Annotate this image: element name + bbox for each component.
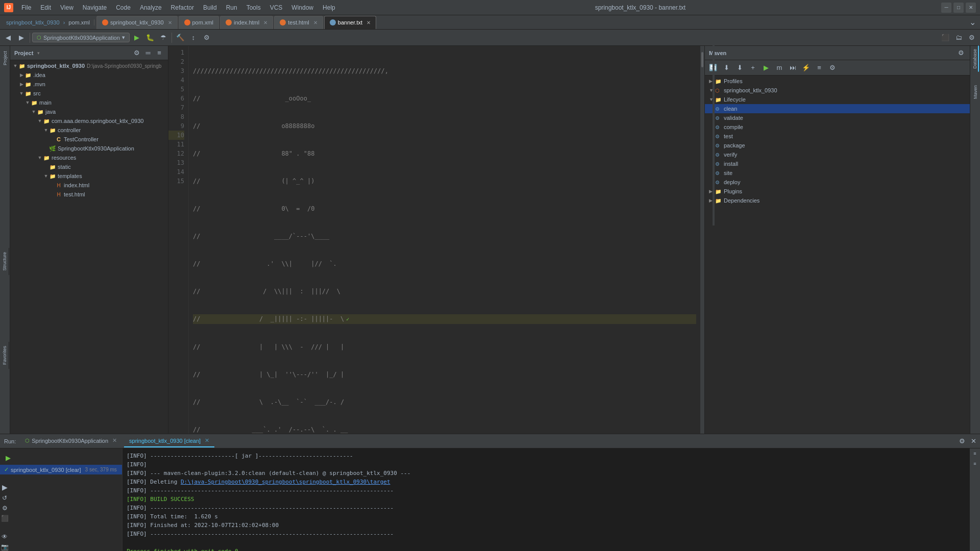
menu-build[interactable]: Build (199, 3, 221, 12)
tab-close-indexhtml[interactable]: ✕ (263, 20, 267, 26)
tree-item-controller[interactable]: ▼ 📁 controller (10, 126, 168, 135)
tree-item-src[interactable]: ▼ 📁 src (10, 89, 168, 98)
sidebar-tab-project[interactable]: Project (2, 48, 8, 68)
tree-item-idea[interactable]: ▶ 📁 .idea (10, 70, 168, 80)
run-icon-view[interactable]: 👁 (2, 533, 8, 540)
maven-add-button[interactable]: + (747, 62, 759, 74)
tree-item-static[interactable]: ▶ 📁 static (10, 162, 168, 171)
project-expand-button[interactable]: ≡ (155, 48, 164, 58)
build-button[interactable]: 🔨 (174, 32, 186, 44)
menu-code[interactable]: Code (112, 3, 135, 12)
menu-window[interactable]: Window (287, 3, 317, 12)
run-tab-springapp[interactable]: ⬡ SpringbootKtlx0930Application ✕ (20, 435, 122, 447)
tree-arrow-root[interactable]: ▼ (12, 63, 18, 68)
tree-item-testhtml[interactable]: ▶ H test.html (10, 190, 168, 199)
coverage-button[interactable]: ☂ (157, 32, 169, 44)
menu-analyze[interactable]: Analyze (136, 3, 166, 12)
tree-arrow-package[interactable]: ▼ (37, 118, 43, 123)
maven-item-verify[interactable]: ▶ ⚙ verify (705, 150, 970, 159)
maven-settings-button[interactable]: ⚙ (957, 48, 966, 58)
tree-arrow-resources[interactable]: ▼ (37, 155, 43, 160)
menu-file[interactable]: File (17, 3, 35, 12)
maven-item-install[interactable]: ▶ ⚙ install (705, 159, 970, 168)
run-item-clean[interactable]: ✓ springboot_ktlx_0930 [clear] 3 sec, 37… (0, 465, 122, 474)
maven-item-test[interactable]: ▶ ⚙ test (705, 132, 970, 141)
run-button[interactable]: ▶ (131, 32, 143, 44)
maven-item-plugins[interactable]: ▶ 📁 Plugins (705, 187, 970, 196)
menu-run[interactable]: Run (222, 3, 241, 12)
maven-item-compile[interactable]: ▶ ⚙ compile (705, 122, 970, 132)
menu-view[interactable]: View (56, 3, 78, 12)
tree-arrow-controller[interactable]: ▼ (43, 128, 49, 133)
editor-scrollbar[interactable] (700, 46, 704, 434)
close-button[interactable]: ✕ (966, 3, 976, 13)
scrollbar-thumb[interactable] (701, 52, 703, 67)
forward-button[interactable]: ▶ (15, 32, 28, 44)
run-output[interactable]: [INFO] -------------------------[ jar ]-… (122, 448, 970, 551)
tab-close-springboot[interactable]: ✕ (168, 20, 172, 26)
sidebar-tab-maven-right[interactable]: Maven (972, 82, 978, 102)
maven-lightning-button[interactable]: ⚡ (800, 62, 812, 74)
maven-search-button[interactable]: ⚙ (826, 62, 839, 74)
maven-download-button[interactable]: ⬇ (720, 62, 732, 74)
run-bar-btn-2[interactable]: ≡ (971, 460, 979, 468)
tree-item-springapp[interactable]: ▶ 🌿 SpringbootKtlx0930Application (10, 144, 168, 153)
breadcrumb-file[interactable]: pom.xml (68, 19, 90, 26)
maven-item-deploy[interactable]: ▶ ⚙ deploy (705, 178, 970, 187)
run-icon-stop[interactable]: ⚙ (2, 505, 8, 512)
out-link-path[interactable]: D:\java-Springboot\0930_springboot\sprin… (181, 479, 390, 485)
tree-item-templates[interactable]: ▼ 📁 templates (10, 171, 168, 181)
tree-item-resources[interactable]: ▼ 📁 resources (10, 153, 168, 162)
git-button[interactable]: ↕ (187, 32, 200, 44)
menu-help[interactable]: Help (318, 3, 339, 12)
run-play-button[interactable]: ▶ (2, 452, 14, 464)
debug-button[interactable]: 🐛 (144, 32, 156, 44)
project-structure-button[interactable]: 🗂 (952, 32, 965, 44)
run-icon-rerun[interactable]: ↺ (2, 494, 7, 502)
minimize-button[interactable]: ─ (941, 3, 951, 13)
tab-bannertxt[interactable]: banner.txt ✕ (324, 16, 376, 29)
tree-arrow-mvn[interactable]: ▶ (18, 82, 24, 87)
maven-item-profiles[interactable]: ▶ 📁 Profiles (705, 77, 970, 86)
back-button[interactable]: ◀ (2, 32, 14, 44)
project-collapse-button[interactable]: ═ (143, 48, 153, 58)
run-close-button[interactable]: ✕ (969, 437, 978, 446)
menu-refactor[interactable]: Refactor (167, 3, 198, 12)
structure-panel-tab[interactable]: Structure (0, 248, 9, 275)
menu-edit[interactable]: Edit (36, 3, 55, 12)
tab-indexhtml[interactable]: index.html ✕ (220, 16, 273, 29)
maven-tree-button[interactable]: ≡ (813, 62, 825, 74)
tree-item-indexhtml[interactable]: ▶ H index.html (10, 181, 168, 190)
maven-item-validate[interactable]: ▶ ⚙ validate (705, 113, 970, 122)
breadcrumb-project[interactable]: springboot_ktlx_0930 (6, 19, 60, 26)
run-icon-stop2[interactable]: ⬛ (1, 515, 9, 522)
run-bar-btn-1[interactable]: ≡ (971, 449, 979, 458)
sidebar-tab-database[interactable]: Database (972, 46, 979, 72)
run-config-selector[interactable]: ⬡ SpringbootKtlx0930Application ▾ (32, 33, 130, 42)
tree-arrow-java[interactable]: ▼ (31, 109, 37, 114)
tree-item-testcontroller[interactable]: ▶ C TestController (10, 135, 168, 144)
editor-content[interactable]: 12345 6789 10 1112131415 ///////////////… (168, 46, 704, 434)
maximize-button[interactable]: □ (953, 3, 964, 13)
maven-item-package[interactable]: ▶ ⚙ package (705, 141, 970, 150)
tree-arrow-main[interactable]: ▼ (24, 100, 31, 105)
tab-pomxml[interactable]: pom.xml (179, 16, 219, 29)
run-tab-close-springapp[interactable]: ✕ (112, 437, 117, 444)
menu-vcs[interactable]: VCS (266, 3, 287, 12)
maven-item-lifecycle[interactable]: ▼ 📁 Lifecycle (705, 95, 970, 104)
maven-item-dependencies[interactable]: ▶ 📁 Dependencies (705, 196, 970, 205)
tab-close-bannertxt[interactable]: ✕ (366, 20, 371, 26)
tab-testhtml[interactable]: test.html ✕ (274, 16, 323, 29)
maven-sources-button[interactable]: ⬇ (733, 62, 746, 74)
maven-run-button[interactable]: ▶ (760, 62, 772, 74)
tree-arrow-idea[interactable]: ▶ (18, 72, 24, 78)
tree-item-java[interactable]: ▼ 📁 java (10, 107, 168, 116)
run-icon-play[interactable]: ▶ (2, 483, 8, 491)
ide-settings-button[interactable]: ⚙ (966, 32, 978, 44)
favorites-panel-tab[interactable]: Favorites (0, 342, 9, 369)
tree-item-root[interactable]: ▼ 📁 springboot_ktlx_0930 D:\java-Springb… (10, 61, 168, 70)
menu-navigate[interactable]: Navigate (79, 3, 111, 12)
maven-m-button[interactable]: m (773, 62, 786, 74)
run-settings-button[interactable]: ⚙ (958, 437, 967, 446)
menu-tools[interactable]: Tools (242, 3, 265, 12)
